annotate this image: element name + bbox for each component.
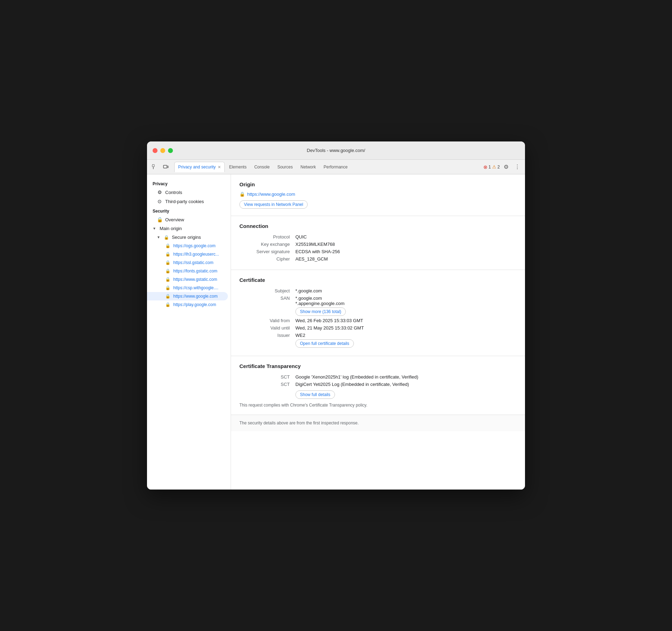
sct2-value: DigiCert Yeti2025 Log (Embedded in certi… xyxy=(295,381,517,388)
open-cert-button[interactable]: Open full certificate details xyxy=(295,339,354,348)
valid-until-value: Wed, 21 May 2025 15:33:02 GMT xyxy=(295,324,517,332)
minimize-button[interactable] xyxy=(160,148,165,153)
content-panel: Origin 🔒 https://www.google.com View req… xyxy=(231,174,525,490)
origin-section-title: Origin xyxy=(239,181,517,187)
tab-sources[interactable]: Sources xyxy=(274,162,296,172)
transparency-section-title: Certificate Transparency xyxy=(239,363,517,369)
tabbar: Privacy and security ✕ Elements Console … xyxy=(147,160,525,174)
server-signature-label: Server signature xyxy=(239,248,295,255)
origin-lock-icon-6: 🔒 xyxy=(165,294,170,299)
origin-lock-icon-4: 🔒 xyxy=(165,277,170,282)
connection-table: Protocol QUIC Key exchange X25519MLKEM76… xyxy=(239,233,517,263)
inspect-element-icon[interactable] xyxy=(150,162,160,172)
sidebar-origin-1[interactable]: 🔒 https://lh3.googleuserc... xyxy=(147,250,228,258)
origin-url-row: 🔒 https://www.google.com xyxy=(239,192,517,197)
certificate-table: Subject *.google.com SAN *.google.com *.… xyxy=(239,287,517,349)
traffic-lights xyxy=(153,148,173,153)
svg-rect-3 xyxy=(167,166,168,168)
tab-console-label: Console xyxy=(254,165,270,169)
table-row: Issuer WE2 Open full certificate details xyxy=(239,332,517,349)
tab-privacy-security[interactable]: Privacy and security ✕ xyxy=(174,162,225,172)
server-signature-value: ECDSA with SHA-256 xyxy=(295,248,517,255)
san-value1-text: *.google.com xyxy=(295,296,517,301)
origin-lock-icon-0: 🔒 xyxy=(165,243,170,248)
table-row: Show full details xyxy=(239,388,517,400)
protocol-label: Protocol xyxy=(239,233,295,241)
valid-until-label: Valid until xyxy=(239,324,295,332)
sidebar-item-main-origin[interactable]: ▼ Main origin xyxy=(147,224,228,233)
sidebar-origin-3[interactable]: 🔒 https://fonts.gstatic.com xyxy=(147,267,228,275)
compliance-text: This request complies with Chrome's Cert… xyxy=(239,403,517,408)
san-label: SAN xyxy=(239,294,295,317)
error-badge: ⊗ 1 xyxy=(483,164,491,170)
sidebar-security-section: Security xyxy=(147,206,231,215)
tab-close-icon[interactable]: ✕ xyxy=(218,165,221,169)
origin-lock-icon-3: 🔒 xyxy=(165,269,170,273)
sidebar-item-third-party-cookies[interactable]: ⊙ Third-party cookies xyxy=(147,197,228,206)
cipher-value: AES_128_GCM xyxy=(295,255,517,263)
table-row: Key exchange X25519MLKEM768 xyxy=(239,241,517,248)
warning-count: 2 xyxy=(497,165,500,169)
svg-rect-0 xyxy=(152,165,154,167)
san-value-1: *.google.com *.appengine.google.com Show… xyxy=(295,294,517,317)
origin-url-3: https://fonts.gstatic.com xyxy=(173,269,217,273)
origin-url-4: https://www.gstatic.com xyxy=(173,277,217,282)
subject-label: Subject xyxy=(239,287,295,294)
sidebar-origin-5[interactable]: 🔒 https://csp.withgoogle.... xyxy=(147,284,228,292)
origin-lock-icon-2: 🔒 xyxy=(165,260,170,265)
transparency-table: SCT Google 'Xenon2025h1' log (Embedded i… xyxy=(239,373,517,400)
tab-performance[interactable]: Performance xyxy=(320,162,351,172)
warning-badge: ⚠ 2 xyxy=(492,164,500,169)
sidebar-origin-6[interactable]: 🔒 https://www.google.com xyxy=(147,292,228,300)
show-more-button[interactable]: Show more (136 total) xyxy=(295,307,346,316)
origin-lock-icon-5: 🔒 xyxy=(165,285,170,290)
sidebar-privacy-section: Privacy xyxy=(147,179,231,188)
view-requests-button[interactable]: View requests in Network Panel xyxy=(239,200,308,209)
origin-url-7: https://play.google.com xyxy=(173,302,216,307)
table-row: Subject *.google.com xyxy=(239,287,517,294)
warning-icon: ⚠ xyxy=(492,164,496,169)
sidebar-origin-0[interactable]: 🔒 https://ogs.google.com xyxy=(147,242,228,250)
more-options-icon[interactable]: ⋮ xyxy=(512,162,522,172)
key-exchange-value: X25519MLKEM768 xyxy=(295,241,517,248)
lock-icon: 🔒 xyxy=(157,217,162,222)
tab-network[interactable]: Network xyxy=(297,162,319,172)
svg-rect-2 xyxy=(163,165,167,168)
origin-section: Origin 🔒 https://www.google.com View req… xyxy=(231,174,525,216)
close-button[interactable] xyxy=(153,148,158,153)
origin-url-display: https://www.google.com xyxy=(247,192,295,197)
device-toolbar-icon[interactable] xyxy=(161,162,171,172)
sidebar-item-overview[interactable]: 🔒 Overview xyxy=(147,215,228,224)
titlebar: DevTools - www.google.com/ xyxy=(147,141,525,160)
show-full-details-button[interactable]: Show full details xyxy=(295,390,335,399)
sidebar-overview-label: Overview xyxy=(165,217,184,222)
error-icon: ⊗ xyxy=(483,164,488,170)
tabbar-icons xyxy=(150,162,171,172)
origin-lock-icon-7: 🔒 xyxy=(165,302,170,307)
valid-from-value: Wed, 26 Feb 2025 15:33:03 GMT xyxy=(295,317,517,324)
sidebar-origin-7[interactable]: 🔒 https://play.google.com xyxy=(147,300,228,309)
tab-privacy-security-label: Privacy and security xyxy=(178,165,216,169)
tab-sources-label: Sources xyxy=(277,165,293,169)
connection-section-title: Connection xyxy=(239,223,517,229)
secure-origins-lock-icon: 🔒 xyxy=(164,235,169,240)
tab-elements[interactable]: Elements xyxy=(225,162,250,172)
tab-console[interactable]: Console xyxy=(251,162,273,172)
sidebar-origin-4[interactable]: 🔒 https://www.gstatic.com xyxy=(147,275,228,284)
connection-section: Connection Protocol QUIC Key exchange X2… xyxy=(231,216,525,270)
key-exchange-label: Key exchange xyxy=(239,241,295,248)
subject-value: *.google.com xyxy=(295,287,517,294)
sct2-label: SCT xyxy=(239,381,295,388)
settings-icon[interactable]: ⚙ xyxy=(501,162,511,172)
tab-performance-label: Performance xyxy=(323,165,348,169)
footer-note-text: The security details above are from the … xyxy=(239,421,359,425)
table-row: SCT DigiCert Yeti2025 Log (Embedded in c… xyxy=(239,381,517,388)
origin-url-6: https://www.google.com xyxy=(173,294,218,299)
maximize-button[interactable] xyxy=(168,148,173,153)
sct1-value: Google 'Xenon2025h1' log (Embedded in ce… xyxy=(295,373,517,381)
sidebar-item-secure-origins[interactable]: ▼ 🔒 Secure origins xyxy=(147,233,228,242)
sidebar-origin-2[interactable]: 🔒 https://ssl.gstatic.com xyxy=(147,258,228,267)
tabbar-right: ⊗ 1 ⚠ 2 ⚙ ⋮ xyxy=(483,162,522,172)
table-row: Valid from Wed, 26 Feb 2025 15:33:03 GMT xyxy=(239,317,517,324)
sidebar-item-controls[interactable]: ⚙ Controls xyxy=(147,188,228,197)
